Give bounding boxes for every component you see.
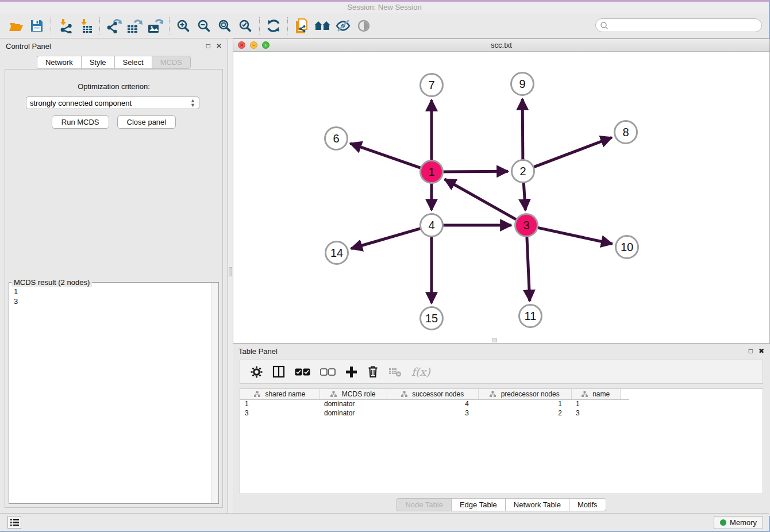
result-scrollbar[interactable] [211, 283, 218, 503]
control-panel-close-icon[interactable]: ✕ [216, 42, 222, 50]
memory-status-dot [720, 519, 726, 526]
tab-network[interactable]: Network [37, 56, 81, 69]
graph-node-15[interactable]: 15 [419, 306, 444, 330]
column-header-shared-name[interactable]: shared name [240, 389, 319, 399]
graph-node-8[interactable]: 8 [614, 120, 638, 144]
zoom-in-button[interactable] [173, 16, 194, 36]
cell-predecessor-nodes[interactable]: 1 [478, 399, 571, 408]
graph-node-14[interactable]: 14 [325, 241, 349, 265]
edge-1-6[interactable] [351, 144, 426, 170]
gear-icon [251, 366, 263, 378]
cell-name[interactable]: 3 [571, 408, 620, 418]
toolbar-separator [287, 17, 288, 34]
import-table-button[interactable] [75, 16, 96, 36]
edge-4-14[interactable] [351, 227, 426, 249]
table-settings-button[interactable] [251, 363, 263, 380]
delete-column-button[interactable] [367, 363, 379, 380]
control-panel-float-icon[interactable]: □ [206, 42, 210, 50]
save-session-button[interactable] [26, 16, 47, 36]
memory-label: Memory [730, 518, 757, 527]
table-panel-header: Table Panel □ ✖ [233, 344, 770, 358]
search-input[interactable] [609, 20, 761, 31]
panel-splitter[interactable] [228, 38, 233, 344]
refresh-layout-button[interactable] [263, 16, 284, 36]
table-panel-close-icon[interactable]: ✖ [759, 347, 764, 355]
column-header-successor-nodes[interactable]: successor nodes [387, 389, 478, 399]
tab-node-table[interactable]: Node Table [396, 498, 451, 511]
tab-style[interactable]: Style [81, 56, 114, 69]
export-table-button[interactable] [124, 16, 145, 36]
column-layout-button[interactable] [272, 363, 285, 380]
import-network-button[interactable] [55, 16, 75, 36]
search-field[interactable] [595, 18, 762, 32]
edge-1-2[interactable] [437, 171, 508, 172]
graph-node-11[interactable]: 11 [518, 304, 542, 328]
edges-layer[interactable] [233, 52, 769, 343]
delete-table-button[interactable] [388, 363, 402, 380]
graph-node-7[interactable]: 7 [419, 73, 444, 97]
export-image-button[interactable] [145, 16, 165, 36]
mcds-result-text[interactable]: 1 3 [9, 283, 218, 310]
home-button[interactable] [312, 16, 333, 36]
zoom-out-button[interactable] [194, 16, 214, 36]
zoom-in-icon [176, 19, 190, 33]
edge-2-8[interactable] [528, 137, 611, 169]
graph-node-2[interactable]: 2 [511, 159, 535, 183]
cell-successor-nodes[interactable]: 4 [387, 399, 478, 408]
unselect-all-button[interactable] [320, 363, 336, 380]
tab-select[interactable]: Select [114, 56, 152, 69]
network-canvas[interactable]: 7968124314101511 [233, 52, 769, 343]
tab-mcds[interactable]: MCDS [152, 56, 191, 69]
column-header-name[interactable]: name [571, 389, 620, 399]
columns-icon [272, 365, 285, 378]
memory-button[interactable]: Memory [714, 516, 763, 529]
window-maximize-button[interactable]: + [262, 41, 270, 49]
table-row-1[interactable]: 1dominator411 [240, 399, 629, 408]
tab-motifs[interactable]: Motifs [569, 498, 606, 511]
clone-network-button[interactable] [291, 16, 312, 36]
splitter-grip[interactable] [229, 267, 232, 276]
export-network-button[interactable] [103, 16, 124, 36]
close-panel-button[interactable]: Close panel [117, 115, 176, 129]
cell-MCDS-role[interactable]: dominator [319, 399, 387, 408]
run-mcds-button[interactable]: Run MCDS [52, 115, 109, 129]
edge-2-9[interactable] [522, 99, 523, 165]
window-close-button[interactable]: ✕ [238, 41, 245, 49]
add-column-button[interactable] [345, 363, 357, 380]
node-table: shared name MCDS role successor nodes pr… [240, 388, 763, 494]
graph-node-1[interactable]: 1 [419, 160, 444, 184]
tab-network-table[interactable]: Network Table [505, 498, 569, 511]
edge-3-11[interactable] [526, 231, 529, 301]
zoom-selected-button[interactable] [235, 16, 256, 36]
column-header-predecessor-nodes[interactable]: predecessor nodes [478, 389, 571, 399]
cell-MCDS-role[interactable]: dominator [319, 408, 387, 418]
cell-shared-name[interactable]: 3 [240, 408, 319, 418]
function-builder-button[interactable]: f(x) [411, 365, 430, 378]
table-panel-float-icon[interactable]: □ [749, 347, 753, 355]
table-row-2[interactable]: 3dominator323 [240, 408, 629, 418]
column-header-MCDS-role[interactable]: MCDS role [319, 389, 387, 399]
cell-name[interactable]: 1 [571, 399, 620, 408]
cell-shared-name[interactable]: 1 [240, 399, 319, 408]
clone-network-icon [294, 18, 309, 34]
task-history-button[interactable] [7, 516, 21, 529]
zoom-fit-button[interactable] [214, 16, 235, 36]
graph-node-6[interactable]: 6 [324, 126, 348, 151]
hide-graphics-details-button[interactable] [333, 16, 353, 36]
graph-node-4[interactable]: 4 [419, 213, 444, 237]
edge-3-1[interactable] [445, 179, 522, 222]
cell-successor-nodes[interactable]: 3 [387, 408, 478, 418]
select-all-button[interactable] [295, 363, 310, 380]
edge-3-10[interactable] [532, 226, 613, 244]
open-session-button[interactable] [6, 16, 26, 36]
cell-predecessor-nodes[interactable]: 2 [478, 408, 571, 418]
select-stepper-icon: ▲▼ [190, 98, 195, 107]
toolbar-separator [259, 17, 260, 34]
tab-edge-table[interactable]: Edge Table [451, 498, 505, 511]
optimization-criterion-select[interactable]: strongly connected component ▲▼ [26, 97, 199, 109]
eye-button[interactable] [353, 16, 374, 36]
graph-node-9[interactable]: 9 [510, 72, 534, 96]
window-minimize-button[interactable]: − [250, 41, 257, 49]
graph-node-3[interactable]: 3 [514, 213, 538, 237]
graph-node-10[interactable]: 10 [615, 235, 639, 259]
